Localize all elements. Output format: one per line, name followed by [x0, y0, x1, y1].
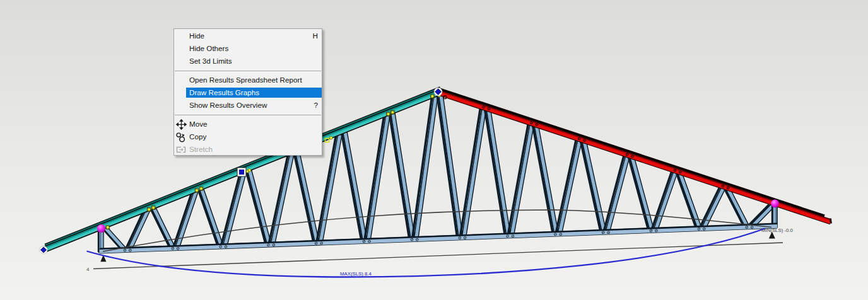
svg-text:MIN(SLS) -0.0: MIN(SLS) -0.0 [761, 228, 793, 233]
svg-text:4: 4 [86, 267, 90, 272]
svg-text:MAX(SLS) 8.4: MAX(SLS) 8.4 [340, 271, 372, 277]
